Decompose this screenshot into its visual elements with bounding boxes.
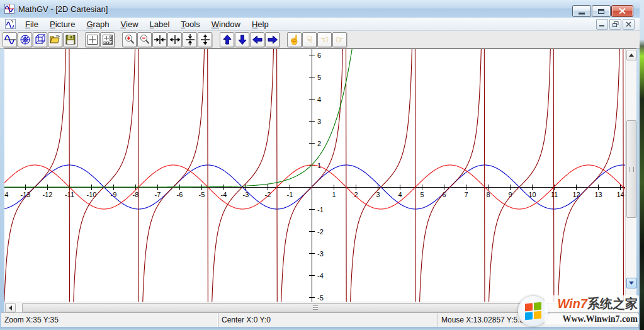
mdi-minimize-button[interactable]	[596, 19, 608, 30]
menu-bar: File Picture Graph View Label Tools Wind…	[0, 18, 640, 31]
hand-down-icon: ☟	[307, 35, 312, 44]
menu-view[interactable]: View	[115, 18, 144, 30]
svg-text:-10: -10	[87, 191, 97, 198]
menu-window[interactable]: Window	[206, 18, 246, 30]
single-panel-icon	[87, 34, 98, 45]
maximize-button[interactable]	[592, 5, 611, 17]
svg-text:11: 11	[551, 191, 558, 198]
title-bar[interactable]: MathGV - [2D Cartesian]	[0, 0, 640, 18]
arrow-left-icon	[252, 34, 263, 45]
svg-text:-14: -14	[4, 191, 8, 198]
svg-text:-2: -2	[317, 228, 324, 236]
expand-x-axis-button[interactable]	[167, 32, 182, 47]
function-graph-button[interactable]	[3, 32, 17, 47]
arrow-down-icon	[237, 34, 248, 45]
expand-y-icon	[200, 34, 211, 45]
minimize-button[interactable]	[572, 5, 591, 17]
mdi-minimize-icon	[599, 21, 605, 27]
drag-hand-down-button[interactable]: ☟	[302, 32, 317, 47]
3d-graph-button[interactable]	[33, 32, 47, 47]
save-file-button[interactable]	[63, 32, 77, 47]
compress-x-axis-button[interactable]	[152, 32, 167, 47]
mdi-child-icon[interactable]	[5, 19, 16, 29]
close-button[interactable]	[611, 5, 633, 17]
status-zoom: Zoom X:35 Y:35	[1, 313, 218, 327]
watermark-logo	[518, 296, 548, 326]
mdi-close-button[interactable]	[623, 19, 635, 30]
svg-text:1: 1	[317, 162, 321, 169]
scroll-left-button[interactable]	[250, 32, 264, 47]
scrollbar-down-arrow[interactable]	[626, 278, 636, 288]
open-folder-icon	[50, 34, 61, 45]
status-center: Center X:0 Y:0	[218, 313, 438, 327]
save-floppy-icon	[65, 34, 76, 45]
maximize-icon	[598, 9, 604, 14]
mdi-restore-button[interactable]	[609, 19, 621, 30]
single-graph-panel-button[interactable]	[85, 32, 99, 47]
drag-hand-up-button[interactable]: ☝	[287, 32, 302, 47]
svg-text:-4: -4	[317, 272, 324, 280]
menu-help[interactable]: Help	[246, 18, 274, 30]
arrow-right-icon	[267, 34, 278, 45]
thumb-grip	[630, 167, 634, 172]
multi-graph-panel-button[interactable]	[100, 32, 115, 47]
windows-flag-icon	[525, 302, 541, 321]
mathgv-window: MathGV - [2D Cartesian] File Picture Gra…	[0, 0, 644, 330]
close-icon	[619, 8, 626, 14]
vertical-scrollbar-thumb[interactable]	[626, 120, 636, 218]
window-title: MathGV - [2D Cartesian]	[18, 4, 108, 14]
svg-text:-4: -4	[221, 191, 227, 198]
svg-text:-3: -3	[243, 191, 249, 198]
hand-up-icon: ☝	[288, 35, 300, 44]
expand-y-axis-button[interactable]	[198, 32, 212, 47]
svg-text:-1: -1	[317, 206, 324, 213]
expand-x-icon	[169, 34, 181, 45]
zoom-in-button[interactable]	[122, 32, 137, 47]
drag-hand-right-button[interactable]: ☞	[332, 32, 347, 47]
svg-text:5: 5	[317, 74, 321, 81]
scrollbar-left-arrow[interactable]	[5, 303, 16, 312]
compress-y-icon	[184, 34, 196, 45]
svg-text:-3: -3	[317, 250, 324, 258]
zoom-out-button[interactable]	[137, 32, 152, 47]
mathgv-logo-icon	[5, 4, 14, 13]
open-file-button[interactable]	[48, 32, 62, 47]
compress-x-icon	[154, 34, 166, 45]
watermark-title: Win7系统之家	[545, 295, 639, 312]
down-triangle-icon	[629, 282, 634, 285]
polar-graph-button[interactable]	[18, 32, 32, 47]
vertical-scrollbar[interactable]	[625, 49, 636, 302]
svg-text:2: 2	[354, 191, 358, 198]
menu-picture[interactable]: Picture	[44, 18, 81, 30]
menu-tools[interactable]: Tools	[175, 18, 205, 30]
minimize-icon	[579, 13, 585, 14]
svg-text:4: 4	[317, 96, 321, 103]
svg-text:-6: -6	[177, 191, 183, 198]
scroll-up-button[interactable]	[220, 32, 234, 47]
menu-graph[interactable]: Graph	[81, 18, 115, 30]
svg-text:-5: -5	[199, 191, 205, 198]
drag-hand-left-button[interactable]: ☜	[317, 32, 332, 47]
svg-text:1: 1	[332, 191, 336, 198]
scroll-down-button[interactable]	[235, 32, 249, 47]
menu-file[interactable]: File	[20, 18, 44, 30]
thumb-grip	[313, 305, 318, 310]
watermark: Win7系统之家 Www.Winwin7.com	[519, 294, 639, 329]
svg-text:-12: -12	[43, 191, 53, 198]
zoom-out-icon	[139, 34, 150, 45]
svg-text:-5: -5	[317, 294, 324, 302]
compress-y-axis-button[interactable]	[183, 32, 197, 47]
svg-text:13: 13	[594, 191, 602, 198]
toolbar: ☝ ☟ ☜ ☞	[0, 31, 640, 48]
mdi-close-icon	[626, 21, 631, 27]
svg-text:3: 3	[317, 118, 321, 125]
arrow-up-icon	[222, 34, 233, 45]
svg-text:4: 4	[398, 191, 402, 198]
menu-label[interactable]: Label	[144, 18, 176, 30]
svg-text:7: 7	[464, 191, 468, 198]
scrollbar-up-arrow[interactable]	[626, 50, 636, 60]
plot-canvas[interactable]: -14-13-12-11-10-9-8-7-6-5-4-3-2-11234567…	[4, 49, 625, 302]
scroll-right-button[interactable]	[265, 32, 280, 47]
multi-panel-icon	[102, 34, 113, 45]
svg-text:-2: -2	[265, 191, 271, 198]
